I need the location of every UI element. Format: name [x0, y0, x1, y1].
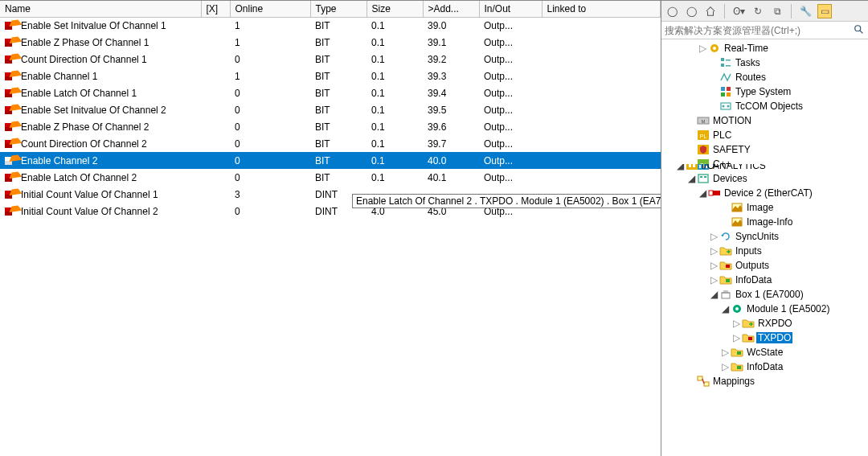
tree-label: TcCOM Objects [734, 101, 805, 112]
table-header-row[interactable]: Name [X] Online Type Size >Add... In/Out… [0, 1, 661, 17]
back-button[interactable]: ◯ [665, 4, 679, 18]
collapse-icon[interactable]: ▷ [708, 274, 719, 286]
collapse-icon[interactable]: ▷ [719, 361, 731, 372]
tree-node[interactable]: TcCOM Objects [661, 99, 868, 113]
collapse-icon[interactable]: ▷ [731, 318, 742, 329]
no-expander [686, 115, 697, 126]
separator [791, 4, 792, 18]
expand-icon[interactable]: ◢ [686, 173, 697, 184]
tccom-icon [719, 100, 732, 113]
tree-node[interactable]: ▷InfoData [661, 273, 868, 287]
tree-node[interactable]: PLPLC [661, 128, 868, 142]
svg-rect-36 [726, 265, 730, 268]
tree-node[interactable]: ◢Box 1 (EA7000) [661, 287, 868, 302]
tree-node[interactable]: Image [661, 200, 868, 215]
tree-node[interactable]: ▷Real-Time [661, 41, 868, 55]
search-input[interactable] [661, 23, 868, 38]
image-icon [731, 216, 743, 228]
table-row[interactable]: Enable Z Phase Of Channel 11BIT0.139.1Ou… [0, 34, 661, 51]
mappings-icon [697, 375, 710, 388]
tree-node[interactable]: Mappings [661, 374, 868, 388]
table-row[interactable]: Enable Channel 11BIT0.139.3Outp... [0, 68, 661, 84]
tree-node[interactable]: Image-Info [661, 215, 868, 229]
col-inout[interactable]: In/Out [479, 1, 542, 17]
table-row[interactable]: Count Direction Of Channel 10BIT0.139.2O… [0, 51, 661, 68]
gear-yellow-icon [708, 42, 721, 55]
tree-node[interactable]: ▷TXPDO [661, 331, 868, 345]
tree-label: MOTION [711, 115, 753, 126]
table-row[interactable]: Enable Latch Of Channel 20BIT0.140.1Outp… [0, 169, 661, 186]
variable-table[interactable]: Name [X] Online Type Size >Add... In/Out… [0, 1, 661, 220]
folder-out-icon [742, 331, 755, 344]
col-type[interactable]: Type [310, 1, 366, 17]
tree-node[interactable]: ▷WcState [661, 345, 868, 359]
table-row[interactable]: Enable Set Initvalue Of Channel 11BIT0.1… [0, 17, 661, 34]
expand-icon[interactable]: ◢ [719, 303, 731, 314]
module-icon [731, 302, 743, 315]
tree-node[interactable]: MMOTION [661, 113, 868, 128]
table-row[interactable]: Enable Z Phase Of Channel 20BIT0.139.6Ou… [0, 118, 661, 135]
solution-tree[interactable]: ▷Real-TimeTasksRoutesType SystemTcCOM Ob… [661, 39, 868, 456]
col-linked[interactable]: Linked to [542, 1, 661, 17]
table-row[interactable]: Enable Latch Of Channel 10BIT0.139.4Outp… [0, 84, 661, 101]
var-name: Enable Channel 1 [21, 71, 97, 82]
svg-rect-4 [721, 58, 724, 61]
search-box[interactable] [661, 22, 868, 39]
tree-node[interactable]: ◢Device 2 (EtherCAT) [661, 186, 868, 200]
tree-label: Tasks [734, 57, 762, 68]
sync-button[interactable]: ʘ▾ [731, 4, 746, 18]
svg-point-13 [723, 105, 725, 108]
tree-node[interactable]: ▷Inputs [661, 244, 868, 258]
expand-icon[interactable]: ◢ [697, 187, 708, 199]
sync-icon [719, 230, 732, 243]
tree-node[interactable]: Routes [661, 70, 868, 84]
no-expander [708, 72, 719, 83]
var-name: Enable Latch Of Channel 1 [21, 88, 137, 99]
tree-node[interactable]: Tasks [661, 55, 868, 70]
tree-node[interactable]: ◢Devices [661, 171, 868, 186]
variable-icon [5, 173, 18, 183]
collapse-icon[interactable]: ▷ [731, 332, 742, 343]
svg-point-0 [855, 26, 861, 31]
collapse-icon[interactable]: ▷ [708, 245, 719, 257]
col-online[interactable]: Online [230, 1, 310, 17]
refresh-button[interactable]: ↻ [751, 4, 765, 18]
expand-icon[interactable]: ◢ [674, 164, 686, 171]
forward-button[interactable]: ◯ [684, 4, 698, 18]
svg-text:PL: PL [700, 134, 707, 139]
col-x[interactable]: [X] [201, 1, 230, 17]
home-button[interactable] [703, 4, 718, 18]
tree-label: SAFETY [711, 144, 752, 155]
svg-point-3 [713, 47, 716, 50]
tree-node[interactable]: ▷RXPDO [661, 316, 868, 331]
tree-node[interactable]: SAFETY [661, 142, 868, 157]
preview-button[interactable]: ▭ [817, 4, 832, 18]
tree-label: Device 2 (EtherCAT) [723, 187, 814, 199]
svg-rect-33 [709, 191, 713, 195]
collapse-icon[interactable]: ▷ [719, 347, 731, 358]
collapse-icon[interactable]: ▷ [708, 260, 719, 271]
var-name: Enable Set Initvalue Of Channel 2 [21, 105, 166, 116]
separator [724, 4, 725, 18]
properties-button[interactable]: 🔧 [798, 4, 813, 18]
col-size[interactable]: Size [366, 1, 423, 17]
solution-explorer-panel: ◯ ◯ ʘ▾ ↻ ⧉ 🔧 ▭ ▷Real-TimeTasksRoutesType… [661, 1, 868, 456]
collapse-button[interactable]: ⧉ [770, 4, 784, 18]
variable-icon [5, 105, 18, 115]
tree-node[interactable]: ▷InfoData [661, 359, 868, 374]
no-expander [686, 376, 697, 387]
table-row[interactable]: Enable Channel 20BIT0.140.0Outp... [0, 152, 661, 169]
collapse-icon[interactable]: ▷ [697, 43, 708, 54]
expand-icon[interactable]: ◢ [708, 289, 719, 300]
tree-node[interactable]: ▷SyncUnits [661, 229, 868, 244]
col-addr[interactable]: >Add... [423, 1, 479, 17]
tree-node[interactable]: ◢Module 1 (EA5002) [661, 302, 868, 316]
table-row[interactable]: Count Direction Of Channel 20BIT0.139.7O… [0, 135, 661, 152]
tree-node[interactable]: Type System [661, 84, 868, 99]
variable-icon [5, 207, 18, 216]
no-expander [708, 57, 719, 68]
collapse-icon[interactable]: ▷ [708, 231, 719, 242]
col-name[interactable]: Name [0, 1, 201, 17]
tree-node[interactable]: ▷Outputs [661, 258, 868, 273]
table-row[interactable]: Enable Set Initvalue Of Channel 20BIT0.1… [0, 101, 661, 118]
